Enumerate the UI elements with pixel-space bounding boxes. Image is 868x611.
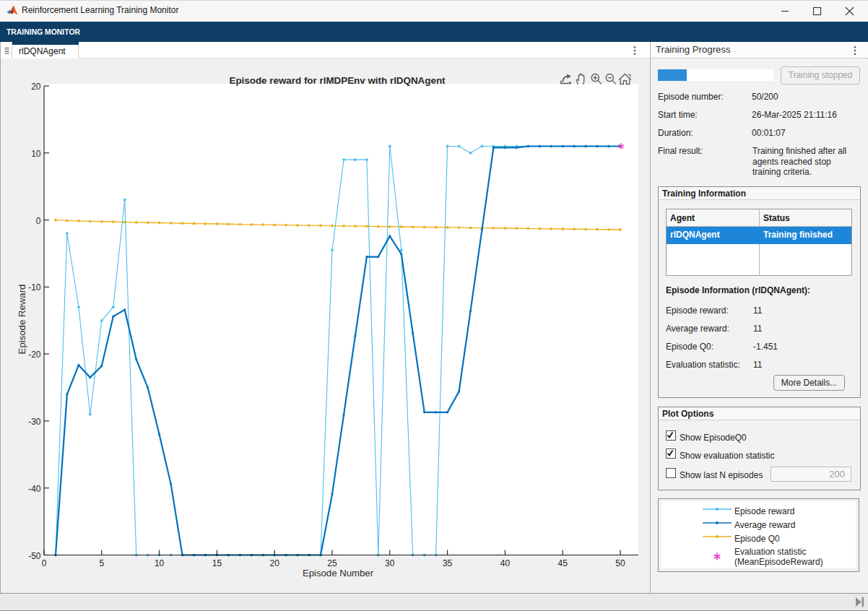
- svg-text:Episode Number: Episode Number: [303, 568, 374, 578]
- svg-text:20: 20: [270, 558, 280, 568]
- svg-text:-20: -20: [28, 350, 41, 360]
- svg-text:45: 45: [558, 558, 568, 568]
- svg-text:10: 10: [155, 558, 165, 568]
- svg-text:-40: -40: [28, 484, 41, 494]
- svg-text:15: 15: [212, 558, 222, 568]
- svg-text:30: 30: [385, 558, 395, 568]
- svg-text:0: 0: [36, 216, 41, 226]
- svg-text:50: 50: [615, 558, 625, 568]
- svg-text:10: 10: [31, 149, 41, 159]
- svg-text:-50: -50: [28, 551, 41, 561]
- svg-text:35: 35: [443, 558, 453, 568]
- svg-text:0: 0: [42, 558, 47, 568]
- svg-text:20: 20: [31, 82, 41, 92]
- svg-text:40: 40: [500, 558, 511, 568]
- svg-text:Episode Reward: Episode Reward: [17, 285, 27, 355]
- svg-text:-10: -10: [28, 282, 41, 292]
- svg-text:5: 5: [99, 558, 104, 568]
- svg-text:-30: -30: [28, 417, 41, 427]
- svg-text:Episode reward for rlMDPEnv wi: Episode reward for rlMDPEnv with rlDQNAg…: [229, 75, 446, 86]
